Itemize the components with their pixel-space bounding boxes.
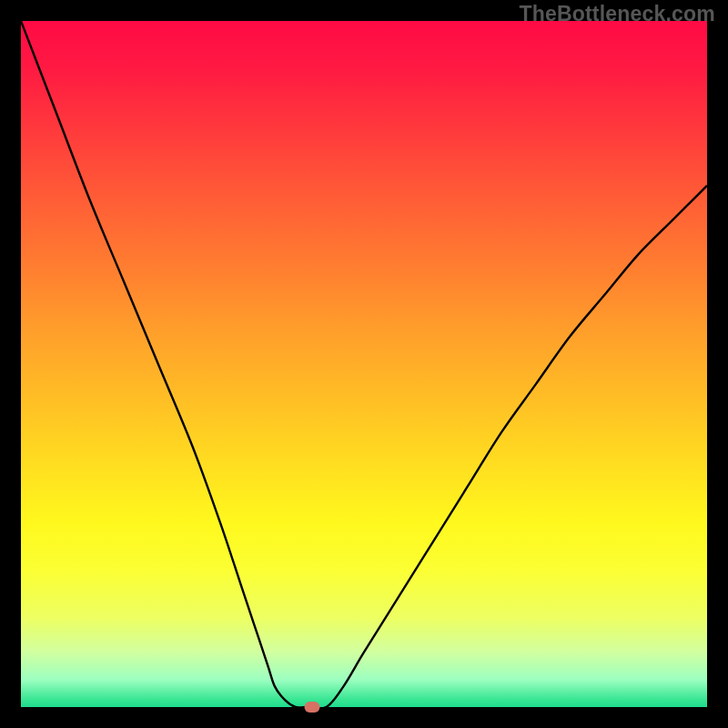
chart-frame: TheBottleneck.com — [0, 0, 728, 728]
optimal-point-marker — [305, 702, 320, 713]
curve-path — [21, 21, 707, 707]
bottleneck-curve — [21, 21, 707, 707]
plot-area — [21, 21, 707, 707]
